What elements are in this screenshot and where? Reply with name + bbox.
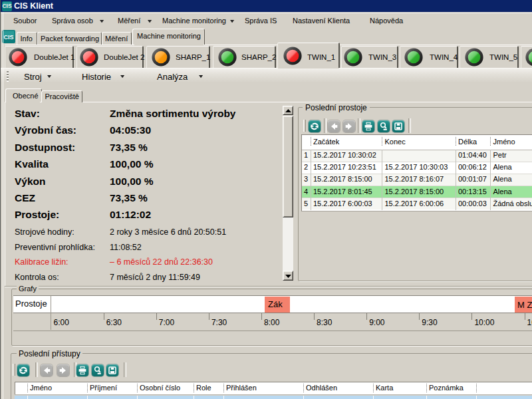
svg-text:CIS: CIS bbox=[2, 3, 12, 9]
svg-text:CIS: CIS bbox=[3, 34, 13, 41]
